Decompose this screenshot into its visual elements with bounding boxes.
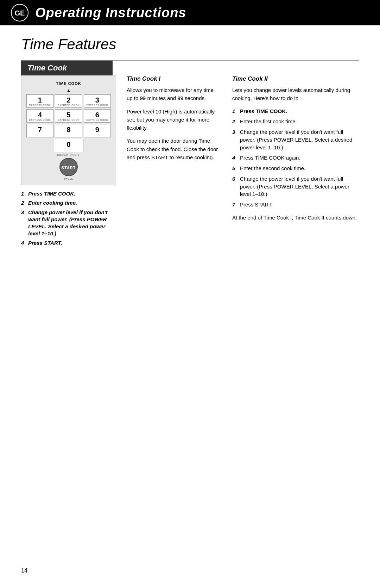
time-cook-2-steps: 1 Press TIME COOK. 2 Enter the first coo… — [232, 107, 359, 209]
right-column: Time Cook II Lets you change power level… — [225, 75, 359, 227]
key-0[interactable]: 0 — [54, 139, 83, 152]
page-number: 14 — [21, 568, 27, 574]
time-cook-2-closing: At the end of Time Cook I, Time Cook II … — [232, 213, 359, 222]
left-steps-list: 1 Press TIME COOK. 2 Enter cooking time.… — [21, 190, 116, 247]
tc2-step-3: 3 Change the power level if you don't wa… — [232, 128, 359, 151]
arrow-indicator: ▲ — [26, 88, 111, 93]
brand-icon: GE — [11, 4, 29, 22]
tc2-step-7: 7 Press START. — [232, 201, 359, 209]
page-main-title: Time Features — [21, 36, 359, 53]
time-cook-1-para3: You may open the door during Time Cook t… — [127, 137, 218, 161]
tc2-step-5: 5 Enter the second cook time. — [232, 165, 359, 172]
time-cook-label: TIME COOK — [26, 81, 111, 86]
time-cook-2-intro: Lets you change power levels automatical… — [232, 86, 359, 103]
time-cook-2-subtitle: Time Cook II — [232, 75, 359, 82]
key-4[interactable]: 4 EXPRESS COOK — [26, 109, 53, 123]
svg-text:GE: GE — [15, 9, 25, 17]
left-step-2: 2 Enter cooking time. — [21, 199, 116, 206]
tc2-step-6: 6 Change the power level if you don't wa… — [232, 175, 359, 198]
key-6[interactable]: 6 EXPRESS COOK — [84, 109, 111, 123]
section-label: Time Cook — [27, 63, 67, 72]
left-step-4: 4 Press START. — [21, 240, 116, 247]
key-3[interactable]: 3 EXPRESS COOK — [84, 94, 111, 108]
key-8[interactable]: 8 — [55, 124, 82, 137]
keypad-grid: 1 EXPRESS COOK 2 EXPRESS COOK 3 EXPRESS … — [26, 94, 111, 137]
key-2[interactable]: 2 EXPRESS COOK — [55, 94, 82, 108]
tc2-step-1: 1 Press TIME COOK. — [232, 107, 359, 115]
left-column: TIME COOK ▲ 1 EXPRESS COOK 2 EXPRESS COO… — [21, 75, 120, 249]
key-9[interactable]: 9 — [84, 124, 111, 137]
page-content: Time Features Time Cook TIME COOK ▲ 1 EX… — [0, 25, 380, 270]
left-step-3: 3 Change power level if you don't want f… — [21, 209, 116, 237]
keypad-area: TIME COOK ▲ 1 EXPRESS COOK 2 EXPRESS COO… — [21, 75, 116, 185]
key-1[interactable]: 1 EXPRESS COOK — [26, 94, 53, 108]
time-cook-1-para2: Power level 10 (High) is automatically s… — [127, 107, 218, 132]
middle-column: Time Cook I Allows you to microwave for … — [120, 75, 225, 166]
tc2-step-2: 2 Enter the first cook time. — [232, 118, 359, 125]
tc2-step-4: 4 Press TIME COOK again. — [232, 154, 359, 162]
time-cook-1-subtitle: Time Cook I — [127, 75, 218, 82]
key-7[interactable]: 7 — [26, 124, 53, 137]
left-step-1: 1 Press TIME COOK. — [21, 190, 116, 197]
start-button[interactable]: START — [59, 158, 78, 176]
header-title: Operating Instructions — [35, 5, 186, 20]
key-5[interactable]: 5 EXPRESS COOK — [55, 109, 82, 123]
display-label: DISPLAY ON/OFF — [26, 154, 111, 156]
time-cook-1-para1: Allows you to microwave for any time up … — [127, 86, 218, 103]
main-layout: TIME COOK ▲ 1 EXPRESS COOK 2 EXPRESS COO… — [21, 75, 359, 249]
section-header: Time Cook — [21, 61, 113, 75]
zero-row: 0 — [26, 139, 111, 152]
header-bar: GE Operating Instructions — [0, 0, 380, 25]
pause-label: PAUSE — [26, 178, 111, 180]
